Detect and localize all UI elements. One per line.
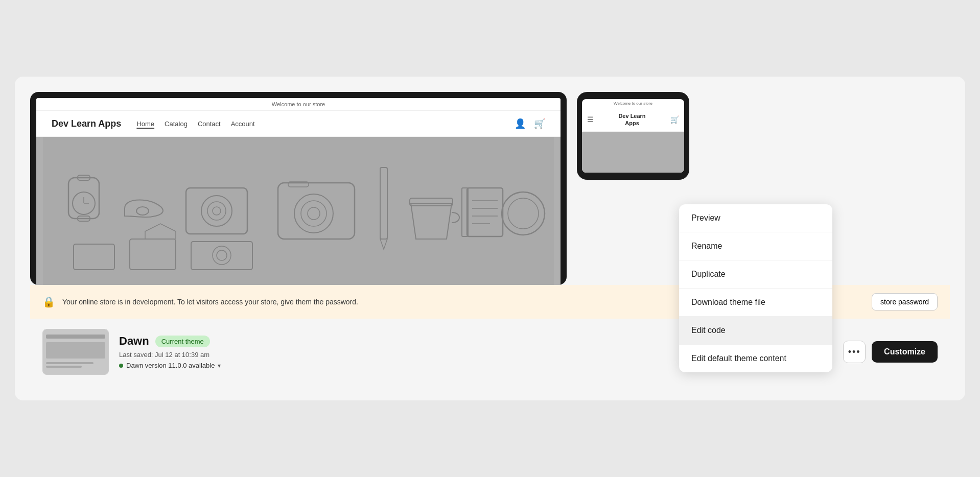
store-header-icons: 👤 🛒 bbox=[515, 118, 545, 129]
current-theme-badge: Current theme bbox=[155, 336, 210, 347]
dropdown-item-preview[interactable]: Preview bbox=[679, 204, 832, 232]
version-text: Dawn version 11.0.0 available bbox=[126, 362, 215, 369]
desktop-mockup: Welcome to our store Dev Learn Apps Home… bbox=[30, 92, 567, 285]
nav-item-account[interactable]: Account bbox=[231, 120, 255, 128]
nav-item-catalog[interactable]: Catalog bbox=[165, 120, 188, 128]
svg-rect-0 bbox=[43, 137, 554, 285]
mobile-announcement-bar: Welcome to our store bbox=[582, 99, 684, 108]
lock-icon: 🔒 bbox=[42, 296, 55, 308]
store-password-button[interactable]: store password bbox=[872, 293, 938, 311]
store-header: Dev Learn Apps Home Catalog Contact Acco… bbox=[36, 111, 561, 137]
theme-thumbnail bbox=[42, 329, 109, 375]
mobile-menu-icon[interactable]: ☰ bbox=[587, 115, 594, 124]
main-card: Welcome to our store Dev Learn Apps Home… bbox=[15, 77, 965, 400]
store-hero bbox=[36, 137, 561, 285]
thumb-top-bar bbox=[46, 335, 105, 339]
nav-item-contact[interactable]: Contact bbox=[198, 120, 221, 128]
mobile-hero bbox=[582, 132, 684, 173]
mobile-logo: Dev LearnApps bbox=[594, 112, 670, 127]
thumb-line-1 bbox=[46, 362, 94, 364]
mobile-mockup: Welcome to our store ☰ Dev LearnApps 🛒 bbox=[577, 92, 689, 180]
nav-item-home[interactable]: Home bbox=[136, 120, 154, 128]
desktop-screen: Welcome to our store Dev Learn Apps Home… bbox=[36, 98, 561, 285]
dropdown-item-edit-content[interactable]: Edit default theme content bbox=[679, 345, 832, 372]
customize-button[interactable]: Customize bbox=[872, 341, 938, 363]
version-chevron-icon[interactable]: ▾ bbox=[218, 362, 221, 369]
thumb-text-lines bbox=[46, 362, 105, 369]
dropdown-item-edit-code[interactable]: Edit code bbox=[679, 317, 832, 345]
store-nav: Home Catalog Contact Account bbox=[136, 120, 254, 128]
theme-actions: ••• Customize bbox=[843, 341, 938, 363]
thumbnail-inner bbox=[43, 329, 108, 374]
thumb-line-2 bbox=[46, 366, 82, 368]
account-icon[interactable]: 👤 bbox=[515, 118, 526, 129]
dropdown-menu: Preview Rename Duplicate Download theme … bbox=[679, 204, 832, 372]
version-dot bbox=[119, 364, 123, 368]
mobile-cart-icon[interactable]: 🛒 bbox=[670, 115, 679, 124]
store-announcement-bar: Welcome to our store bbox=[36, 98, 561, 111]
dropdown-item-rename[interactable]: Rename bbox=[679, 232, 832, 260]
store-logo: Dev Learn Apps bbox=[52, 118, 121, 129]
theme-name: Dawn bbox=[119, 335, 149, 348]
mobile-header: ☰ Dev LearnApps 🛒 bbox=[582, 108, 684, 132]
dropdown-item-download[interactable]: Download theme file bbox=[679, 289, 832, 317]
cart-icon[interactable]: 🛒 bbox=[534, 118, 545, 129]
more-options-button[interactable]: ••• bbox=[843, 341, 866, 363]
thumb-hero-bar bbox=[46, 342, 105, 359]
preview-area: Welcome to our store Dev Learn Apps Home… bbox=[30, 92, 950, 285]
dropdown-item-duplicate[interactable]: Duplicate bbox=[679, 260, 832, 289]
mobile-screen: Welcome to our store ☰ Dev LearnApps 🛒 bbox=[582, 99, 684, 173]
